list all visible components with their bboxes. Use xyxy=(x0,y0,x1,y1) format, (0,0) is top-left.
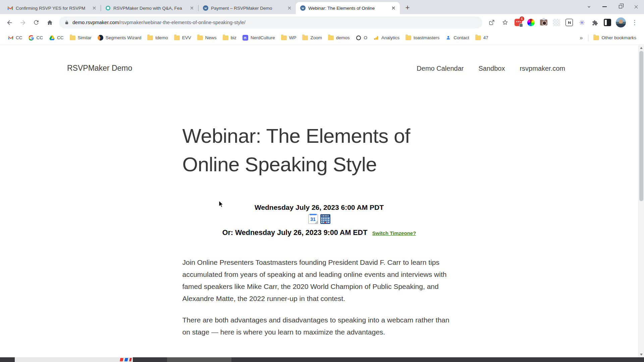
close-icon[interactable] xyxy=(91,5,97,11)
bookmarks-overflow-chevron[interactable]: » xyxy=(576,35,586,41)
scrollbar-up-arrow[interactable] xyxy=(639,45,644,51)
bookmark-contact[interactable]: Contact xyxy=(442,33,472,43)
bookmark-folder-news[interactable]: News xyxy=(194,33,220,43)
bookmark-google-cc[interactable]: CC xyxy=(25,33,46,43)
bookmark-gmail-cc[interactable]: CC xyxy=(5,33,25,43)
tab-payment[interactable]: Payment – RSVPMaker Demo xyxy=(199,2,296,14)
disabled-extension-icon[interactable] xyxy=(552,18,560,26)
close-icon[interactable] xyxy=(286,5,292,11)
drive-icon xyxy=(49,35,55,41)
plus-icon: + xyxy=(406,3,410,12)
bookmark-folder-toastmasters[interactable]: toastmasters xyxy=(402,33,442,43)
google-calendar-icon[interactable]: 31 xyxy=(308,214,318,224)
page-scrollbar[interactable] xyxy=(638,45,644,357)
side-panel-icon[interactable] xyxy=(603,18,611,26)
folder-icon xyxy=(147,35,153,41)
bookmark-folder-demos[interactable]: demos xyxy=(325,33,353,43)
chevron-down-icon xyxy=(586,4,592,9)
bookmark-folder-evv[interactable]: EVV xyxy=(171,33,194,43)
close-icon[interactable] xyxy=(390,5,396,11)
mastodon-icon xyxy=(243,35,248,41)
close-icon[interactable] xyxy=(189,5,195,11)
segments-wizard-icon xyxy=(98,35,103,41)
bookmark-folder-tdemo[interactable]: tdemo xyxy=(144,33,171,43)
close-window-button[interactable] xyxy=(628,0,644,13)
forward-icon xyxy=(19,19,26,26)
reload-button[interactable] xyxy=(30,16,42,28)
url-path: /rsvpmaker/webinar-the-elements-of-onlin… xyxy=(119,20,246,25)
reload-icon xyxy=(33,19,40,26)
kebab-menu-icon: ⋮ xyxy=(632,19,638,26)
extensions-puzzle-icon[interactable] xyxy=(591,18,599,26)
tab-gmail-confirming-rsvp[interactable]: Confirming RSVP YES for RSVPM xyxy=(3,2,101,14)
bookmark-nerdculture[interactable]: NerdCulture xyxy=(239,33,278,43)
page-viewport: RSVPMaker Demo Demo Calendar Sandbox rsv… xyxy=(0,45,638,357)
switch-timezone-link[interactable]: Switch Timzeone? xyxy=(372,230,416,236)
bookmark-folder-47[interactable]: 47 xyxy=(472,33,491,43)
home-button[interactable] xyxy=(44,16,56,28)
bookmark-o[interactable]: O xyxy=(353,33,370,43)
bookmark-folder-biz[interactable]: biz xyxy=(220,33,239,43)
outlook-calendar-icon[interactable] xyxy=(320,214,330,224)
share-button[interactable] xyxy=(486,16,498,28)
wordpress-icon xyxy=(300,5,306,11)
color-picker-extension-icon[interactable] xyxy=(527,18,535,26)
back-button[interactable] xyxy=(3,16,15,28)
forward-button[interactable] xyxy=(17,16,29,28)
minimize-button[interactable] xyxy=(597,0,612,13)
snowflake-extension-icon[interactable]: ✳ xyxy=(578,18,586,26)
site-title[interactable]: RSVPMaker Demo xyxy=(67,64,132,73)
person-icon xyxy=(445,35,451,41)
tab-rsvpmaker-demo-qa[interactable]: RSVPMaker Demo with Q&A, Fea xyxy=(101,2,198,14)
scrollbar-down-arrow[interactable] xyxy=(639,352,644,357)
scrollbar-thumb[interactable] xyxy=(639,51,643,201)
bookmark-drive-cc[interactable]: CC xyxy=(46,33,67,43)
bookmark-label: CC xyxy=(37,35,43,40)
bookmark-folder-wp[interactable]: WP xyxy=(278,33,300,43)
bookmark-label: NerdCulture xyxy=(251,35,275,40)
ring-icon xyxy=(356,35,361,41)
bookmark-label: CC xyxy=(16,35,22,40)
restore-icon xyxy=(619,5,622,8)
browser-toolbar: demo.rsvpmaker.com/rsvpmaker/webinar-the… xyxy=(0,14,644,31)
calendar-links: 31 xyxy=(182,214,456,224)
browser-menu-button[interactable]: ⋮ xyxy=(629,16,641,28)
bookmark-label: 47 xyxy=(483,35,488,40)
tab-title: RSVPMaker Demo with Q&A, Fea xyxy=(113,6,186,11)
folder-icon xyxy=(406,35,411,41)
bookmark-label: Segments Wizard xyxy=(106,35,142,40)
nav-rsvpmaker-com[interactable]: rsvpmaker.com xyxy=(520,65,565,72)
bookmark-label: Contact xyxy=(453,35,469,40)
paragraph: There are both advantages and disadvanta… xyxy=(182,314,456,338)
tab-webinar-active[interactable]: Webinar: The Elements of Online xyxy=(296,2,400,14)
new-tab-button[interactable]: + xyxy=(402,3,413,13)
bookmark-folder-zoom[interactable]: Zoom xyxy=(299,33,325,43)
other-bookmarks-label: Other bookmarks xyxy=(601,35,636,40)
event-description: Join Online Presenters Toastmasters foun… xyxy=(182,256,456,338)
bookmark-star-button[interactable] xyxy=(499,16,511,28)
nav-sandbox[interactable]: Sandbox xyxy=(478,65,505,72)
analytics-icon xyxy=(373,35,379,41)
address-bar[interactable]: demo.rsvpmaker.com/rsvpmaker/webinar-the… xyxy=(59,16,482,28)
bookmark-folder-similar[interactable]: Similar xyxy=(67,33,95,43)
back-icon xyxy=(6,19,13,26)
gmail-icon xyxy=(7,5,13,11)
bookmark-label: News xyxy=(205,35,217,40)
screenshot-extension-icon[interactable] xyxy=(540,18,548,26)
taskbar-edge-strip xyxy=(0,357,644,362)
folder-icon xyxy=(281,35,287,41)
folder-icon xyxy=(475,35,481,41)
mouse-cursor xyxy=(219,200,225,208)
restore-button[interactable] xyxy=(612,0,628,13)
nav-demo-calendar[interactable]: Demo Calendar xyxy=(417,65,464,72)
bookmark-segments-wizard[interactable]: Segments Wizard xyxy=(95,33,145,43)
wordpress-icon xyxy=(203,5,208,11)
todoist-extension-icon[interactable]: 6 xyxy=(514,18,522,26)
other-bookmarks-button[interactable]: Other bookmarks xyxy=(590,33,639,43)
bookmark-analytics[interactable]: Analytics xyxy=(370,33,402,43)
clock-icon xyxy=(105,5,111,11)
notion-extension-icon[interactable] xyxy=(565,18,573,26)
profile-avatar[interactable] xyxy=(616,17,626,27)
tab-search-button[interactable] xyxy=(581,0,597,13)
bookmarks-bar: CC CC CC Similar Segments Wizard tdemo E… xyxy=(0,31,644,45)
